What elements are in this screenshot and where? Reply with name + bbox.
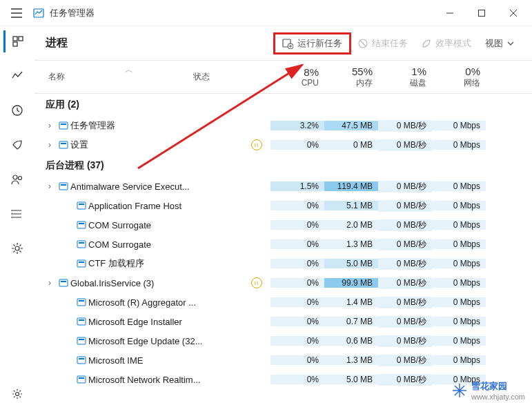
col-disk[interactable]: 1% 磁盘 bbox=[378, 61, 432, 93]
col-status[interactable]: 状态 bbox=[193, 61, 235, 93]
svg-rect-35 bbox=[79, 319, 84, 321]
process-name: Microsoft Edge Update (32... bbox=[88, 336, 243, 346]
svg-rect-22 bbox=[77, 202, 86, 209]
col-memory[interactable]: 55% 内存 bbox=[324, 61, 378, 93]
svg-rect-4 bbox=[13, 42, 17, 46]
process-name: 设置 bbox=[70, 139, 243, 151]
process-row[interactable]: Microsoft Edge Update (32...0%0.6 MB0 MB… bbox=[35, 331, 532, 350]
minimize-button[interactable] bbox=[434, 0, 466, 26]
process-icon bbox=[75, 375, 88, 384]
watermark-url: www.xhjaty.com bbox=[471, 393, 525, 401]
cell-network: 0 Mbps bbox=[432, 239, 486, 249]
nav-settings-icon[interactable] bbox=[3, 383, 31, 405]
process-name: CTF 加载程序 bbox=[88, 257, 243, 270]
disk-label: 磁盘 bbox=[410, 77, 426, 89]
nav-services-icon[interactable] bbox=[3, 237, 31, 259]
nav-users-icon[interactable] bbox=[3, 168, 31, 190]
process-row[interactable]: Microsoft (R) Aggregator ...0%1.4 MB0 MB… bbox=[35, 293, 532, 312]
svg-rect-21 bbox=[61, 184, 66, 186]
cell-network: 0 Mbps bbox=[432, 336, 486, 346]
nav-details-icon[interactable] bbox=[3, 203, 31, 225]
svg-rect-29 bbox=[79, 261, 84, 263]
process-name: Global.IrisService (3) bbox=[70, 278, 243, 288]
cell-cpu: 0% bbox=[270, 239, 324, 249]
end-task-button[interactable]: 结束任务 bbox=[351, 33, 415, 54]
snowflake-icon bbox=[452, 383, 467, 398]
cell-memory: 1.4 MB bbox=[324, 297, 378, 307]
paused-icon bbox=[251, 277, 262, 288]
efficiency-mode-button[interactable]: 效率模式 bbox=[415, 33, 478, 54]
col-network[interactable]: 0% 网络 bbox=[432, 61, 486, 93]
process-row[interactable]: COM Surrogate0%2.0 MB0 MB/秒0 Mbps bbox=[35, 215, 532, 235]
nav-processes-icon[interactable] bbox=[3, 30, 31, 52]
nav-startup-icon[interactable] bbox=[3, 134, 31, 156]
cell-disk: 0 MB/秒 bbox=[378, 219, 432, 231]
cell-cpu: 0% bbox=[270, 336, 324, 346]
process-icon bbox=[57, 181, 70, 191]
process-row[interactable]: CTF 加载程序0%5.0 MB0 MB/秒0 Mbps bbox=[35, 254, 532, 273]
view-dropdown[interactable]: 视图 bbox=[478, 33, 521, 54]
process-row[interactable]: ›设置0%0 MB0 MB/秒0 Mbps bbox=[35, 135, 532, 155]
close-button[interactable] bbox=[497, 0, 529, 26]
svg-point-6 bbox=[13, 175, 17, 179]
svg-point-11 bbox=[15, 246, 19, 250]
process-name: Antimalware Service Execut... bbox=[70, 181, 243, 192]
process-list: 应用 (2)›任务管理器3.2%47.5 MB0 MB/秒0 Mbps›设置0%… bbox=[35, 94, 532, 405]
hamburger-menu-icon[interactable] bbox=[3, 0, 30, 26]
maximize-button[interactable] bbox=[466, 0, 497, 26]
window-controls bbox=[434, 0, 529, 26]
cell-disk: 0 MB/秒 bbox=[378, 297, 432, 308]
run-new-task-button[interactable]: 运行新任务 bbox=[273, 32, 351, 55]
expand-icon[interactable]: › bbox=[43, 121, 57, 130]
svg-rect-31 bbox=[61, 281, 66, 282]
expand-icon[interactable]: › bbox=[43, 278, 57, 288]
svg-rect-28 bbox=[77, 260, 86, 267]
process-row[interactable]: Microsoft Edge Installer0%0.7 MB0 MB/秒0 … bbox=[35, 312, 532, 331]
watermark-brand: 雪花家园 bbox=[471, 380, 525, 393]
expand-icon[interactable]: › bbox=[43, 140, 57, 150]
cell-disk: 0 MB/秒 bbox=[378, 316, 432, 328]
process-name: Microsoft (R) Aggregator ... bbox=[88, 297, 243, 308]
stop-icon bbox=[358, 39, 368, 48]
svg-rect-39 bbox=[79, 358, 84, 359]
process-icon bbox=[75, 201, 88, 210]
cell-cpu: 0% bbox=[270, 355, 324, 365]
cell-memory: 5.0 MB bbox=[324, 375, 378, 384]
cell-disk: 0 MB/秒 bbox=[378, 374, 432, 386]
process-icon bbox=[75, 239, 88, 249]
nav-history-icon[interactable] bbox=[3, 99, 31, 121]
cell-disk: 0 MB/秒 bbox=[378, 139, 432, 151]
toolbar: 进程 运行新任务 结束任务 效率模式 视图 bbox=[35, 26, 532, 61]
cell-cpu: 0% bbox=[270, 201, 324, 210]
col-name[interactable]: 名称 ︿ bbox=[35, 61, 193, 93]
process-row[interactable]: COM Surrogate0%1.3 MB0 MB/秒0 Mbps bbox=[35, 235, 532, 254]
process-icon bbox=[75, 259, 88, 268]
svg-rect-33 bbox=[79, 300, 84, 302]
cell-network: 0 Mbps bbox=[432, 355, 486, 365]
col-cpu[interactable]: 8% CPU bbox=[270, 61, 324, 93]
cell-disk: 0 MB/秒 bbox=[378, 200, 432, 212]
plus-box-icon bbox=[282, 38, 293, 49]
nav-performance-icon[interactable] bbox=[3, 65, 31, 87]
process-row[interactable]: ›Antimalware Service Execut...1.5%119.4 … bbox=[35, 177, 532, 196]
cell-cpu: 0% bbox=[270, 375, 324, 384]
cell-memory: 47.5 MB bbox=[324, 121, 378, 130]
process-name: Application Frame Host bbox=[88, 201, 243, 211]
svg-rect-41 bbox=[79, 377, 84, 379]
sidebar bbox=[0, 26, 35, 405]
process-row[interactable]: Microsoft IME0%1.3 MB0 MB/秒0 Mbps bbox=[35, 350, 532, 370]
watermark: 雪花家园 www.xhjaty.com bbox=[452, 380, 525, 401]
svg-rect-3 bbox=[19, 37, 23, 41]
process-row[interactable]: ›任务管理器3.2%47.5 MB0 MB/秒0 Mbps bbox=[35, 116, 532, 135]
cell-disk: 0 MB/秒 bbox=[378, 335, 432, 347]
process-row[interactable]: ›Global.IrisService (3)0%99.9 MB0 MB/秒0 … bbox=[35, 273, 532, 293]
cell-cpu: 0% bbox=[270, 140, 324, 150]
svg-rect-24 bbox=[77, 221, 86, 228]
cell-cpu: 3.2% bbox=[270, 121, 324, 130]
svg-rect-16 bbox=[59, 122, 68, 129]
process-row[interactable]: Application Frame Host0%5.1 MB0 MB/秒0 Mb… bbox=[35, 196, 532, 215]
svg-point-10 bbox=[11, 217, 12, 218]
expand-icon[interactable]: › bbox=[43, 181, 57, 191]
main: 进程 运行新任务 结束任务 效率模式 视图 名称 bbox=[35, 26, 532, 405]
cell-cpu: 0% bbox=[270, 297, 324, 307]
